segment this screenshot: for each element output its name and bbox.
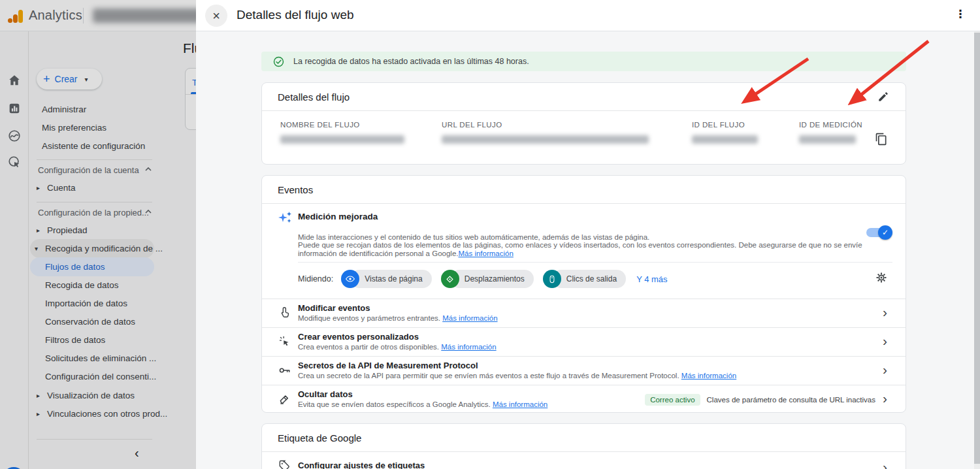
status-text-inactive: Claves de parámetro de consulta de URL i… <box>707 396 875 404</box>
description-line2: Puede que se recojan datos de los elemen… <box>298 241 862 257</box>
row-modify-events[interactable]: Modificar eventos Modifique eventos y pa… <box>262 299 906 327</box>
panel-title: Detalles del flujo web <box>237 8 354 22</box>
stream-id-redacted <box>692 135 758 144</box>
field-label-stream-url: URL DEL FLUJO <box>442 121 502 129</box>
edit-pencil-icon[interactable] <box>877 91 889 103</box>
row-title: Secretos de la API de Measurement Protoc… <box>298 361 478 370</box>
chevron-right-icon: › <box>883 333 887 349</box>
toggle-knob: ✓ <box>878 225 892 240</box>
field-label-measurement-id: ID DE MEDICIÓN <box>799 121 862 129</box>
row-desc-text: Evita que se envíen datos específicos a … <box>298 400 493 408</box>
chevron-right-icon: › <box>883 391 887 406</box>
eraser-icon <box>278 392 291 406</box>
row-desc-text: Crea eventos a partir de otros disponibl… <box>298 343 441 351</box>
chevron-right-icon: › <box>883 459 887 469</box>
more-info-link[interactable]: Más información <box>442 314 497 322</box>
row-description: Modifique eventos y parámetros entrantes… <box>298 314 498 322</box>
divider <box>262 110 906 111</box>
chip-page-views[interactable]: Vistas de página <box>341 270 432 288</box>
row-title: Configurar ajustes de etiquetas <box>298 461 425 469</box>
tag-icon <box>278 459 291 469</box>
row-redact-data[interactable]: Ocultar datos Evita que se envíen datos … <box>262 385 906 413</box>
more-info-link[interactable]: Más información <box>493 400 547 408</box>
measurement-id-redacted <box>799 135 856 144</box>
row-title: Crear eventos personalizados <box>298 332 419 342</box>
check-icon: ✓ <box>882 228 889 237</box>
measuring-label: Midiendo: <box>298 274 333 283</box>
modal-scrim[interactable] <box>0 0 196 469</box>
cursor-sparkle-icon <box>278 334 291 348</box>
row-desc-text: Crea un secreto de la API para permitir … <box>298 372 681 380</box>
row-description: Evita que se envíen datos específicos a … <box>298 400 547 408</box>
measuring-row: Midiendo: Vistas de página De <box>298 269 668 289</box>
scroll-diamond-icon <box>441 270 459 288</box>
redact-status: Correo activo Claves de parámetro de con… <box>645 394 875 406</box>
events-card: Eventos Medición mejorada ✓ Mide las int… <box>261 175 906 413</box>
more-info-link[interactable]: Más información <box>681 372 736 380</box>
chevron-right-icon: › <box>883 304 887 320</box>
stream-details-panel: × Detalles del flujo web ⋮ La recogida d… <box>196 0 980 469</box>
row-title: Modificar eventos <box>298 303 370 313</box>
chip-outbound-clicks[interactable]: Clics de salida <box>543 270 626 288</box>
row-desc-text: Modifique eventos y parámetros entrantes… <box>298 314 442 322</box>
eye-icon <box>341 270 359 288</box>
check-circle-icon <box>273 56 284 67</box>
row-create-custom-events[interactable]: Crear eventos personalizados Crea evento… <box>262 327 906 356</box>
touch-icon <box>278 306 291 319</box>
scrollbar-thumb[interactable] <box>974 33 980 464</box>
more-info-link[interactable]: Más información <box>458 250 513 257</box>
chip-scrolls[interactable]: Desplazamientos <box>441 270 534 288</box>
description-line1: Mide las interacciones y el contenido de… <box>298 233 649 241</box>
chevron-right-icon: › <box>883 362 887 378</box>
enhanced-measurement-title: Medición mejorada <box>298 212 378 221</box>
field-label-stream-id: ID DEL FLUJO <box>692 121 745 129</box>
stream-details-card: Detalles del flujo NOMBRE DEL FLUJO URL … <box>261 82 906 165</box>
more-chips-link[interactable]: Y 4 más <box>636 274 667 284</box>
field-label-stream-name: NOMBRE DEL FLUJO <box>280 121 360 129</box>
stream-name-redacted <box>280 135 404 144</box>
mouse-icon <box>543 270 561 288</box>
enhanced-measurement-sparkle-icon <box>278 210 293 225</box>
panel-header: × Detalles del flujo web ⋮ <box>196 0 980 31</box>
close-button[interactable]: × <box>205 5 227 27</box>
enhanced-measurement-settings-gear-icon[interactable] <box>875 271 888 284</box>
stream-url-redacted <box>442 135 649 144</box>
row-description: Crea eventos a partir de otros disponibl… <box>298 343 497 351</box>
row-description: Crea un secreto de la API para permitir … <box>298 372 736 380</box>
card-title: Detalles del flujo <box>278 91 350 103</box>
key-icon <box>278 363 292 378</box>
scrollbar-track[interactable] <box>974 31 980 469</box>
banner-text: La recogida de datos ha estado activada … <box>293 57 529 66</box>
enhanced-measurement-description: Mide las interacciones y el contenido de… <box>298 233 872 257</box>
row-configure-tag-settings[interactable]: Configurar ajustes de etiquetas › <box>262 451 906 469</box>
kebab-icon: ⋮ <box>955 8 966 20</box>
chip-label: Desplazamientos <box>450 270 534 288</box>
google-tag-card: Etiqueta de Google Configurar ajustes de… <box>261 423 906 469</box>
card-title: Etiqueta de Google <box>278 432 361 444</box>
chip-label: Vistas de página <box>350 270 432 288</box>
card-title: Eventos <box>278 184 313 195</box>
divider <box>298 262 892 263</box>
chip-label: Clics de salida <box>552 270 626 288</box>
divider <box>262 203 906 204</box>
data-collection-banner: La recogida de datos ha estado activada … <box>261 52 906 71</box>
more-info-link[interactable]: Más información <box>441 343 496 351</box>
close-icon: × <box>212 8 220 24</box>
copy-icon[interactable] <box>875 133 888 146</box>
row-measurement-protocol-secrets[interactable]: Secretos de la API de Measurement Protoc… <box>262 356 906 385</box>
status-badge-active: Correo activo <box>645 394 700 406</box>
more-options-button[interactable]: ⋮ <box>953 7 968 24</box>
row-title: Ocultar datos <box>298 389 353 399</box>
